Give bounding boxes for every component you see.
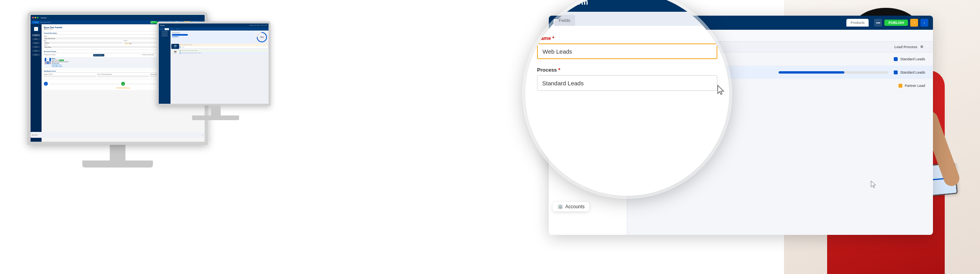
contact-info: Bayer Susan Sheely Person Wiptech Inc. S… — [52, 58, 69, 67]
show-all-contacts[interactable]: 2 Show All Contacts — [52, 66, 69, 67]
small-sidebar-icon-1[interactable] — [162, 31, 168, 32]
publish-button[interactable]: PUBLISH — [884, 20, 908, 26]
process-text-partner: Partner Lead — [905, 84, 925, 88]
small-monitor-base — [192, 115, 239, 120]
mag-header-content: ⊞ Lead Form — [533, 0, 588, 7]
record-source: Direct Sales — [46, 29, 53, 30]
sidebar-item-buying-center[interactable]: B.Ctr — [32, 46, 40, 48]
contact-initials: 👤 — [47, 61, 49, 64]
calendar-item-3[interactable]: Leads have completed Sales Activities — [180, 50, 268, 52]
name-input-value: Web Leads — [543, 48, 572, 55]
process-required-star: * — [558, 67, 560, 73]
add-account-btn[interactable]: Add New Account — [93, 54, 104, 56]
small-sidebar-icon-3[interactable] — [162, 35, 168, 36]
products-tab[interactable]: Products — [846, 19, 869, 27]
process-field-label-mag: Process * — [537, 67, 717, 73]
row-process-default: Standard Leads — [779, 57, 928, 61]
step-1[interactable]: 1 — [44, 82, 48, 86]
process-input-field[interactable]: Standard Leads — [537, 75, 717, 91]
sidebar-item-feeds[interactable]: Feeds — [32, 42, 40, 44]
day-label-wed: Wed — [172, 47, 178, 48]
accounts-floating-badge: 🏢 Accounts — [553, 202, 589, 211]
calendar-items: Pay attention to this Lead! 7 tasks — [180, 44, 268, 49]
close-dot[interactable] — [32, 17, 34, 18]
mag-fields-tab-label: Fields — [559, 18, 570, 23]
process-badge-default — [894, 57, 898, 61]
calendar-day-30: 30 Thu — [171, 50, 179, 55]
automation-section: Automation ↻ — [42, 132, 205, 138]
name-required-star: * — [552, 35, 554, 41]
target-goal-card: Set target goal $124,509.21 — [171, 31, 255, 43]
minimize-dot[interactable] — [34, 17, 36, 18]
second-monitor: Navigator Actual 01 Jan 2022 - 31 Dec 20… — [157, 22, 274, 120]
target-bar — [172, 34, 188, 36]
back-button[interactable]: ← Back — [32, 21, 39, 23]
time-label: Time to Purchasing Decision — [97, 74, 149, 75]
svg-text:76%: 76% — [260, 36, 264, 38]
small-tab-reports[interactable]: Reports — [175, 28, 180, 30]
progress-bar-inbound — [779, 71, 888, 74]
small-crm-top: Navigator Actual 01 Jan 2022 - 31 Dec 20… — [159, 23, 269, 27]
primary-contact-label: Primary Contact name — [142, 54, 154, 56]
small-sidebar-icons — [159, 31, 171, 37]
time-field: Time to Purchasing Decision — [97, 74, 149, 77]
budget-field: Budget In Place? — [44, 74, 96, 77]
step-connector-1 — [49, 84, 120, 84]
sidebar-item-notes[interactable]: Notes — [32, 54, 40, 56]
cursor-indicator — [717, 84, 725, 97]
small-monitor-screen: Navigator Actual 01 Jan 2022 - 31 Dec 20… — [157, 22, 270, 106]
step-2[interactable]: 2 — [121, 82, 125, 86]
dots-header-btn[interactable]: ••• — [874, 19, 882, 27]
bayer-logo: B — [46, 58, 49, 61]
calendar-items-2: Leads have completed Sales Activities Op… — [180, 50, 268, 55]
company-logo: B — [45, 58, 51, 61]
warning-btn[interactable]: ! — [910, 19, 918, 27]
sidebar-item-documents[interactable]: Docs — [32, 50, 40, 52]
lead-form-title: Lead Form — [548, 0, 588, 7]
grid-view-icon[interactable]: ⊞ — [533, 0, 544, 7]
info-icon: i — [924, 21, 925, 25]
small-tab-dashboard[interactable]: Dash — [160, 28, 164, 30]
small-crm-main: Set target goal $124,509.21 76% — [171, 31, 269, 104]
automation-icon[interactable]: ↻ — [202, 134, 203, 136]
small-sidebar-icon-2[interactable] — [162, 33, 168, 34]
small-tab-activity[interactable]: Activity — [170, 28, 174, 30]
record-id: ID# — [44, 29, 46, 30]
process-text-default: Standard Leads — [900, 57, 925, 61]
contact-role-text: Structural Engineer — [58, 61, 69, 63]
dept-label: Dept — [44, 40, 123, 41]
window-title: Pipeliner — [41, 17, 47, 19]
primary-account-label: Primary account name — [44, 54, 56, 56]
process-label-text: Process — [537, 67, 557, 73]
name-input-field[interactable]: Web Leads — [537, 43, 717, 59]
row-process-partner: Partner Lead — [779, 84, 928, 88]
field-department: Dept Backing — [44, 40, 123, 43]
process-badge-inbound — [894, 70, 898, 74]
calendar-item-1[interactable]: Pay attention to this Lead! — [180, 44, 268, 46]
sidebar-item-detail[interactable]: Detail — [32, 34, 40, 36]
info-btn[interactable]: i — [920, 19, 928, 27]
table-options-icon[interactable]: ⊞ — [920, 45, 928, 49]
small-crm-body: Set target goal $124,509.21 76% — [159, 31, 269, 104]
monitor-neck — [110, 145, 125, 160]
calendar-item-2[interactable]: 7 tasks — [180, 46, 268, 48]
process-text-inbound: Standard Leads — [900, 70, 925, 74]
small-tab-target[interactable]: Target — [165, 28, 169, 30]
accounts-badge-label: Accounts — [565, 204, 584, 209]
pipeliner-logo-icon: P — [34, 27, 38, 31]
mag-form-tab-label: Form — [538, 18, 549, 23]
dept-value[interactable]: Backing — [44, 42, 123, 43]
process-column-header: Lead Process — [775, 45, 920, 49]
budget-value[interactable] — [44, 76, 96, 77]
time-value[interactable] — [97, 76, 149, 77]
accounts-badge-icon: 🏢 — [557, 204, 563, 209]
calendar-item-4[interactable]: Opportunities have completed Sales Activ… — [180, 52, 268, 54]
process-input-value: Standard Leads — [542, 80, 584, 87]
budget-label: Budget In Place? — [44, 74, 96, 75]
maximize-dot[interactable] — [37, 17, 38, 18]
name-field-label-mag: Name * — [537, 35, 717, 41]
calendar-day-23: 23 Wed — [171, 44, 179, 49]
small-crm-date: Actual 01 Jan 2022 - 31 Dec 2022 — [250, 25, 267, 26]
target-row: Set target goal $124,509.21 76% — [171, 31, 268, 43]
sidebar-item-activities[interactable]: Activ. — [32, 38, 40, 40]
